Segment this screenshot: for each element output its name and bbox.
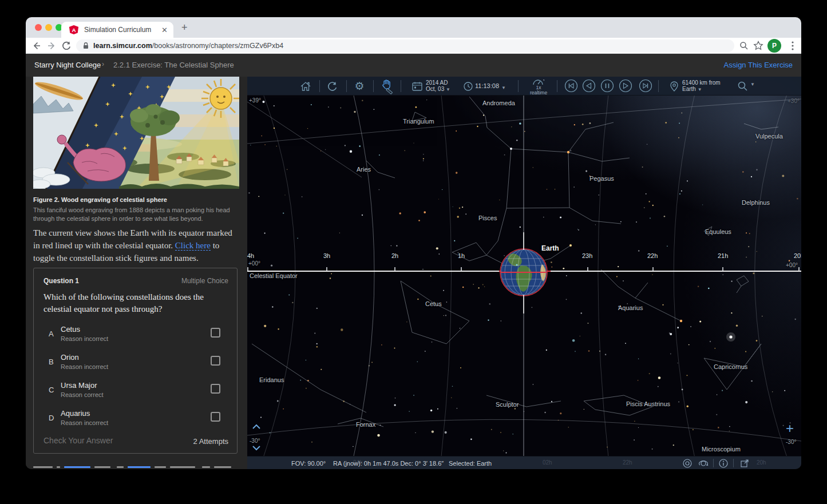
figure-engraving-image <box>33 77 239 189</box>
pan-down-chevron[interactable] <box>252 445 261 451</box>
breadcrumb-page: 2.2.1 Exercise: The Celestial Sphere <box>113 61 234 69</box>
time-display[interactable]: 11:13:08 <box>475 83 499 89</box>
app-header: Starry Night College › 2.2.1 Exercise: T… <box>26 54 801 77</box>
question-text: Which of the following constellations do… <box>43 291 229 315</box>
option-row-b[interactable]: B Orion Reason incorrect <box>34 352 237 376</box>
ghost-hour-label: 20h <box>757 459 766 466</box>
step-back-button[interactable] <box>582 79 596 93</box>
option-row-a[interactable]: A Cetus Reason incorrect <box>34 324 237 348</box>
tab-strip: A Simulation Curriculum ✕ + <box>26 17 801 38</box>
forward-button[interactable] <box>46 40 57 51</box>
reload-button[interactable] <box>61 40 72 51</box>
ghost-hour-label: 02h <box>543 459 552 466</box>
option-reason: Reason incorrect <box>61 363 108 370</box>
url-text: learn.simcur.com/books/astronomy/chapter… <box>93 42 283 50</box>
earth-globe <box>500 232 547 313</box>
option-reason: Reason incorrect <box>61 335 108 342</box>
skip-to-start-button[interactable] <box>564 79 578 93</box>
planetarium-toolbar: ⚙ 2014 AD Oct, <box>247 77 801 96</box>
center-target-button[interactable] <box>682 458 693 469</box>
address-bar[interactable]: learn.simcur.com/books/astronomy/chapter… <box>76 39 734 52</box>
info-button[interactable] <box>718 458 729 469</box>
back-button[interactable] <box>31 40 42 51</box>
fov-readout: FOV: 90.00° <box>291 460 326 467</box>
option-reason: Reason correct <box>61 391 104 398</box>
option-letter: A <box>49 330 54 338</box>
date-dropdown[interactable]: 2014 AD Oct, 03 ▼ <box>426 80 450 93</box>
question-type: Multiple Choice <box>181 277 228 285</box>
play-button[interactable] <box>619 79 632 93</box>
pause-button[interactable] <box>600 79 614 93</box>
option-checkbox[interactable] <box>211 412 220 422</box>
option-checkbox[interactable] <box>211 356 220 366</box>
option-title: Ursa Major <box>61 381 97 390</box>
refresh-button[interactable] <box>326 80 339 93</box>
browser-tab[interactable]: A Simulation Curriculum ✕ <box>61 22 173 38</box>
settings-gear-icon[interactable]: ⚙ <box>353 80 366 93</box>
option-checkbox[interactable] <box>211 384 220 394</box>
check-answer-button[interactable]: Check Your Answer <box>43 436 113 445</box>
option-row-d[interactable]: D Aquarius Reason incorrect <box>34 408 237 432</box>
breadcrumb-root[interactable]: Starry Night College <box>34 61 101 69</box>
content-area: Figure 2. Wood engraving of celestial sp… <box>26 77 801 469</box>
earth-label: Earth <box>541 244 559 252</box>
search-icon[interactable] <box>737 80 749 93</box>
question-card: Question 1 Multiple Choice Which of the … <box>33 268 238 454</box>
pan-up-chevron[interactable] <box>252 424 261 430</box>
home-button[interactable] <box>299 80 312 93</box>
ra-dec-readout: RA (jnow): 0h 1m 47.0s Dec: 0° 3′ 18.6″ <box>333 460 444 467</box>
engraving-sun <box>201 79 239 118</box>
option-title: Orion <box>61 353 79 362</box>
assign-exercise-link[interactable]: Assign This Exercise <box>724 61 793 69</box>
sky-art <box>247 77 801 469</box>
minimize-window-button[interactable] <box>45 24 52 31</box>
toggle-constellations-link[interactable]: Click here <box>175 241 211 251</box>
browser-menu-icon[interactable] <box>787 40 798 51</box>
option-letter: B <box>49 358 54 366</box>
option-title: Cetus <box>61 325 80 334</box>
option-reason: Reason incorrect <box>61 419 108 426</box>
option-checkbox[interactable] <box>211 328 220 338</box>
close-window-button[interactable] <box>35 24 42 31</box>
figure-caption-title: Figure 2. Wood engraving of celestial sp… <box>33 196 167 203</box>
option-row-c[interactable]: C Ursa Major Reason correct <box>34 380 237 404</box>
open-external-button[interactable] <box>739 458 750 469</box>
bookmark-star-icon[interactable] <box>753 40 764 51</box>
tab-close-icon[interactable]: ✕ <box>161 26 168 34</box>
svg-text:A: A <box>72 27 76 33</box>
browser-navbar: learn.simcur.com/books/astronomy/chapter… <box>26 38 801 54</box>
orbit-button[interactable] <box>698 458 709 469</box>
option-letter: C <box>49 386 54 394</box>
clipped-text-line <box>33 466 238 469</box>
browser-window: A Simulation Curriculum ✕ + learn.simcur… <box>26 17 801 469</box>
time-dropdown-caret[interactable]: ▼ <box>501 84 506 91</box>
profile-avatar[interactable]: P <box>767 39 781 53</box>
option-title: Aquarius <box>61 409 90 418</box>
time-rate-label[interactable]: 1xrealtime <box>529 85 548 95</box>
location-pin-icon[interactable] <box>668 80 680 93</box>
zoom-in-button[interactable]: + <box>786 420 794 436</box>
tab-title: Simulation Curriculum <box>84 26 151 34</box>
tab-favicon: A <box>69 25 79 35</box>
selected-object-readout: Selected: Earth <box>449 460 492 467</box>
attempts-count: 2 Attempts <box>193 437 228 446</box>
planetarium-status-bar: 04h 02h 22h 20h FOV: 90.00° RA (jnow): 0… <box>247 456 801 469</box>
clock-icon[interactable] <box>462 80 474 93</box>
new-tab-button[interactable]: + <box>181 22 188 34</box>
lock-icon <box>82 42 90 50</box>
question-label: Question 1 <box>43 277 79 285</box>
lesson-panel: Figure 2. Wood engraving of celestial sp… <box>26 77 247 469</box>
viewing-location-dropdown[interactable]: 61400 km from Earth ▼ <box>682 80 721 93</box>
sky-view[interactable]: 4h 3h 2h 1h 23h 22h 21h 20h +39° +30° +0… <box>247 77 801 469</box>
search-dropdown-caret[interactable]: ▼ <box>750 81 755 88</box>
ghost-hour-label: 22h <box>623 459 632 466</box>
calendar-icon[interactable] <box>411 80 424 93</box>
hand-pan-tool[interactable] <box>379 78 394 94</box>
lesson-paragraph: The current view shows the Earth with it… <box>33 227 239 264</box>
figure-caption-body: This fanciful wood engraving from 1888 d… <box>33 206 236 224</box>
breadcrumb-separator: › <box>102 60 104 68</box>
skip-to-end-button[interactable] <box>639 79 652 93</box>
option-letter: D <box>49 414 54 422</box>
search-tabs-icon[interactable] <box>738 40 750 51</box>
